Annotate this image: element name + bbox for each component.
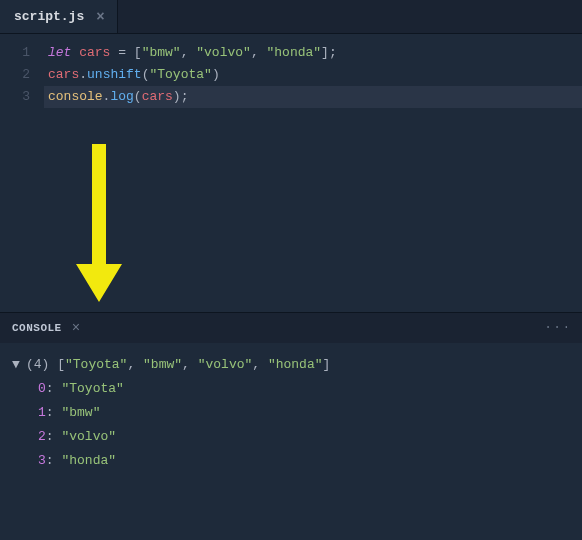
console-line: 2: "volvo" — [12, 425, 570, 449]
method-token: log — [110, 89, 133, 104]
bracket-token: [ — [49, 357, 65, 372]
string-token: "volvo" — [61, 429, 116, 444]
string-token: "Toyota" — [65, 357, 127, 372]
code-line[interactable]: console.log(cars); — [44, 86, 582, 108]
console-header-left: CONSOLE × — [12, 320, 80, 336]
more-icon[interactable]: ··· — [544, 321, 572, 335]
close-icon[interactable]: × — [72, 320, 80, 336]
index-token: 0 — [38, 381, 46, 396]
punct-token: ]; — [321, 45, 337, 60]
variable-token: cars — [71, 45, 118, 60]
string-token: "bmw" — [142, 45, 181, 60]
punct-token: , — [181, 45, 197, 60]
method-token: unshift — [87, 67, 142, 82]
string-token: "honda" — [61, 453, 116, 468]
console-output[interactable]: ▼(4) ["Toyota", "bmw", "volvo", "honda"]… — [0, 343, 582, 540]
console-panel: CONSOLE × ··· ▼(4) ["Toyota", "bmw", "vo… — [0, 312, 582, 540]
line-number: 3 — [0, 86, 30, 108]
string-token: "Toyota" — [149, 67, 211, 82]
separator-token: , — [182, 357, 198, 372]
line-number: 1 — [0, 42, 30, 64]
string-token: "volvo" — [196, 45, 251, 60]
punct-token: ) — [212, 67, 220, 82]
variable-token: cars — [142, 89, 173, 104]
variable-token: cars — [48, 67, 79, 82]
array-length: (4) — [26, 357, 49, 372]
object-token: console — [48, 89, 103, 104]
colon-token: : — [46, 453, 62, 468]
colon-token: : — [46, 405, 62, 420]
code-line[interactable]: cars.unshift("Toyota") — [44, 64, 582, 86]
punct-token: ); — [173, 89, 189, 104]
console-line: 3: "honda" — [12, 449, 570, 473]
string-token: "bmw" — [143, 357, 182, 372]
console-line: 0: "Toyota" — [12, 377, 570, 401]
tab-label: script.js — [14, 9, 84, 24]
console-line[interactable]: ▼(4) ["Toyota", "bmw", "volvo", "honda"] — [12, 353, 570, 377]
tab-script-js[interactable]: script.js × — [0, 0, 118, 33]
separator-token: , — [252, 357, 268, 372]
close-icon[interactable]: × — [94, 9, 106, 25]
index-token: 1 — [38, 405, 46, 420]
string-token: "honda" — [268, 357, 323, 372]
operator-token: = — [118, 45, 134, 60]
console-header: CONSOLE × ··· — [0, 313, 582, 343]
bracket-token: ] — [323, 357, 331, 372]
index-token: 2 — [38, 429, 46, 444]
string-token: "bmw" — [61, 405, 100, 420]
line-number: 2 — [0, 64, 30, 86]
code-area[interactable]: let cars = ["bmw", "volvo", "honda"]; ca… — [44, 42, 582, 312]
console-line: 1: "bmw" — [12, 401, 570, 425]
keyword-token: let — [48, 45, 71, 60]
caret-down-icon[interactable]: ▼ — [12, 353, 26, 377]
string-token: "honda" — [266, 45, 321, 60]
index-token: 3 — [38, 453, 46, 468]
punct-token: , — [251, 45, 267, 60]
line-number-gutter: 1 2 3 — [0, 42, 44, 312]
punct-token: . — [79, 67, 87, 82]
code-line[interactable]: let cars = ["bmw", "volvo", "honda"]; — [44, 42, 582, 64]
punct-token: ( — [134, 89, 142, 104]
string-token: "volvo" — [198, 357, 253, 372]
punct-token: [ — [134, 45, 142, 60]
separator-token: , — [127, 357, 143, 372]
code-editor[interactable]: 1 2 3 let cars = ["bmw", "volvo", "honda… — [0, 34, 582, 312]
console-title: CONSOLE — [12, 322, 62, 334]
colon-token: : — [46, 429, 62, 444]
colon-token: : — [46, 381, 62, 396]
editor-tab-bar: script.js × — [0, 0, 582, 34]
string-token: "Toyota" — [61, 381, 123, 396]
